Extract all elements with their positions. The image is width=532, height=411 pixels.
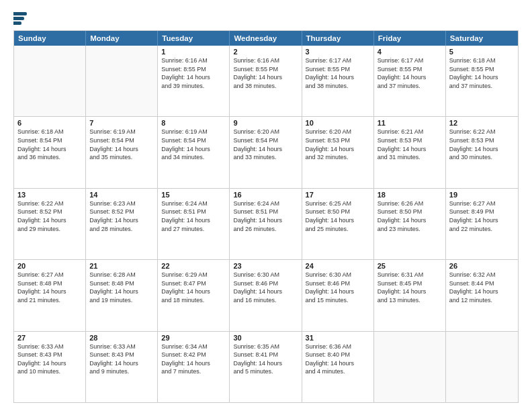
day-number: 29 xyxy=(161,334,226,342)
calendar-day-empty-0-1 xyxy=(86,46,158,116)
calendar-day-20: 20Sunrise: 6:27 AM Sunset: 8:48 PM Dayli… xyxy=(14,260,86,330)
day-number: 24 xyxy=(306,262,370,270)
day-detail: Sunrise: 6:26 AM Sunset: 8:50 PM Dayligh… xyxy=(378,199,442,233)
day-detail: Sunrise: 6:17 AM Sunset: 8:55 PM Dayligh… xyxy=(306,56,370,90)
day-number: 8 xyxy=(161,119,226,127)
day-number: 27 xyxy=(17,334,82,342)
calendar-day-30: 30Sunrise: 6:35 AM Sunset: 8:41 PM Dayli… xyxy=(230,332,302,402)
day-detail: Sunrise: 6:22 AM Sunset: 8:53 PM Dayligh… xyxy=(449,128,515,161)
day-detail: Sunrise: 6:18 AM Sunset: 8:54 PM Dayligh… xyxy=(17,128,82,161)
day-detail: Sunrise: 6:36 AM Sunset: 8:40 PM Dayligh… xyxy=(306,342,370,376)
calendar-week-5: 27Sunrise: 6:33 AM Sunset: 8:43 PM Dayli… xyxy=(14,331,518,402)
day-detail: Sunrise: 6:25 AM Sunset: 8:50 PM Dayligh… xyxy=(306,199,370,233)
day-number: 26 xyxy=(449,262,515,270)
day-detail: Sunrise: 6:30 AM Sunset: 8:46 PM Dayligh… xyxy=(233,271,298,304)
calendar-day-14: 14Sunrise: 6:23 AM Sunset: 8:52 PM Dayli… xyxy=(86,189,158,259)
calendar-weekday-tuesday: Tuesday xyxy=(158,31,230,46)
calendar-day-18: 18Sunrise: 6:26 AM Sunset: 8:50 PM Dayli… xyxy=(374,189,446,259)
logo xyxy=(13,12,30,25)
day-detail: Sunrise: 6:24 AM Sunset: 8:51 PM Dayligh… xyxy=(161,199,226,233)
day-detail: Sunrise: 6:31 AM Sunset: 8:45 PM Dayligh… xyxy=(378,271,442,304)
day-detail: Sunrise: 6:27 AM Sunset: 8:48 PM Dayligh… xyxy=(17,271,82,304)
day-number: 13 xyxy=(17,191,82,199)
day-detail: Sunrise: 6:19 AM Sunset: 8:54 PM Dayligh… xyxy=(89,128,154,161)
calendar-header: SundayMondayTuesdayWednesdayThursdayFrid… xyxy=(14,31,518,46)
calendar-day-22: 22Sunrise: 6:29 AM Sunset: 8:47 PM Dayli… xyxy=(158,260,230,330)
calendar-day-19: 19Sunrise: 6:27 AM Sunset: 8:49 PM Dayli… xyxy=(446,189,518,259)
day-detail: Sunrise: 6:20 AM Sunset: 8:53 PM Dayligh… xyxy=(306,128,370,161)
day-detail: Sunrise: 6:16 AM Sunset: 8:55 PM Dayligh… xyxy=(161,56,226,90)
calendar-week-4: 20Sunrise: 6:27 AM Sunset: 8:48 PM Dayli… xyxy=(14,259,518,330)
day-detail: Sunrise: 6:22 AM Sunset: 8:52 PM Dayligh… xyxy=(17,199,82,233)
calendar-day-28: 28Sunrise: 6:33 AM Sunset: 8:43 PM Dayli… xyxy=(86,332,158,402)
day-number: 21 xyxy=(89,262,154,270)
day-number: 5 xyxy=(449,48,515,56)
header xyxy=(13,12,519,25)
day-number: 16 xyxy=(233,191,298,199)
calendar-day-8: 8Sunrise: 6:19 AM Sunset: 8:54 PM Daylig… xyxy=(158,117,230,187)
day-detail: Sunrise: 6:35 AM Sunset: 8:41 PM Dayligh… xyxy=(233,342,298,376)
calendar-day-6: 6Sunrise: 6:18 AM Sunset: 8:54 PM Daylig… xyxy=(14,117,86,187)
day-number: 20 xyxy=(17,262,82,270)
day-detail: Sunrise: 6:24 AM Sunset: 8:51 PM Dayligh… xyxy=(233,199,298,233)
day-number: 17 xyxy=(306,191,370,199)
day-detail: Sunrise: 6:23 AM Sunset: 8:52 PM Dayligh… xyxy=(89,199,154,233)
day-number: 22 xyxy=(161,262,226,270)
calendar: SundayMondayTuesdayWednesdayThursdayFrid… xyxy=(13,30,519,403)
day-number: 4 xyxy=(378,48,442,56)
day-number: 10 xyxy=(306,119,370,127)
flag-piece-2 xyxy=(13,17,24,20)
day-detail: Sunrise: 6:32 AM Sunset: 8:44 PM Dayligh… xyxy=(449,271,515,304)
calendar-day-5: 5Sunrise: 6:18 AM Sunset: 8:55 PM Daylig… xyxy=(446,46,518,116)
calendar-weekday-thursday: Thursday xyxy=(302,31,374,46)
day-number: 18 xyxy=(378,191,442,199)
flag-piece-1 xyxy=(13,12,27,15)
day-detail: Sunrise: 6:33 AM Sunset: 8:43 PM Dayligh… xyxy=(89,342,154,376)
calendar-day-15: 15Sunrise: 6:24 AM Sunset: 8:51 PM Dayli… xyxy=(158,189,230,259)
day-number: 30 xyxy=(233,334,298,342)
day-number: 7 xyxy=(89,119,154,127)
page: SundayMondayTuesdayWednesdayThursdayFrid… xyxy=(0,0,532,411)
calendar-body: 1Sunrise: 6:16 AM Sunset: 8:55 PM Daylig… xyxy=(14,46,518,402)
calendar-day-17: 17Sunrise: 6:25 AM Sunset: 8:50 PM Dayli… xyxy=(302,189,374,259)
day-detail: Sunrise: 6:29 AM Sunset: 8:47 PM Dayligh… xyxy=(161,271,226,304)
calendar-day-9: 9Sunrise: 6:20 AM Sunset: 8:54 PM Daylig… xyxy=(230,117,302,187)
calendar-day-3: 3Sunrise: 6:17 AM Sunset: 8:55 PM Daylig… xyxy=(302,46,374,116)
day-detail: Sunrise: 6:34 AM Sunset: 8:42 PM Dayligh… xyxy=(161,342,226,376)
calendar-day-16: 16Sunrise: 6:24 AM Sunset: 8:51 PM Dayli… xyxy=(230,189,302,259)
day-number: 2 xyxy=(233,48,298,56)
day-number: 28 xyxy=(89,334,154,342)
day-number: 3 xyxy=(306,48,370,56)
calendar-day-10: 10Sunrise: 6:20 AM Sunset: 8:53 PM Dayli… xyxy=(302,117,374,187)
calendar-day-7: 7Sunrise: 6:19 AM Sunset: 8:54 PM Daylig… xyxy=(86,117,158,187)
calendar-day-24: 24Sunrise: 6:30 AM Sunset: 8:46 PM Dayli… xyxy=(302,260,374,330)
day-detail: Sunrise: 6:18 AM Sunset: 8:55 PM Dayligh… xyxy=(449,56,515,90)
day-number: 14 xyxy=(89,191,154,199)
calendar-day-26: 26Sunrise: 6:32 AM Sunset: 8:44 PM Dayli… xyxy=(446,260,518,330)
day-detail: Sunrise: 6:19 AM Sunset: 8:54 PM Dayligh… xyxy=(161,128,226,161)
calendar-day-empty-0-0 xyxy=(14,46,86,116)
calendar-week-3: 13Sunrise: 6:22 AM Sunset: 8:52 PM Dayli… xyxy=(14,188,518,259)
day-number: 9 xyxy=(233,119,298,127)
calendar-day-1: 1Sunrise: 6:16 AM Sunset: 8:55 PM Daylig… xyxy=(158,46,230,116)
day-number: 15 xyxy=(161,191,226,199)
calendar-week-2: 6Sunrise: 6:18 AM Sunset: 8:54 PM Daylig… xyxy=(14,116,518,187)
calendar-day-11: 11Sunrise: 6:21 AM Sunset: 8:53 PM Dayli… xyxy=(374,117,446,187)
calendar-weekday-wednesday: Wednesday xyxy=(230,31,302,46)
calendar-weekday-monday: Monday xyxy=(86,31,158,46)
calendar-day-4: 4Sunrise: 6:17 AM Sunset: 8:55 PM Daylig… xyxy=(374,46,446,116)
calendar-day-27: 27Sunrise: 6:33 AM Sunset: 8:43 PM Dayli… xyxy=(14,332,86,402)
calendar-day-2: 2Sunrise: 6:16 AM Sunset: 8:55 PM Daylig… xyxy=(230,46,302,116)
day-detail: Sunrise: 6:21 AM Sunset: 8:53 PM Dayligh… xyxy=(378,128,442,161)
day-detail: Sunrise: 6:16 AM Sunset: 8:55 PM Dayligh… xyxy=(233,56,298,90)
calendar-day-23: 23Sunrise: 6:30 AM Sunset: 8:46 PM Dayli… xyxy=(230,260,302,330)
day-detail: Sunrise: 6:17 AM Sunset: 8:55 PM Dayligh… xyxy=(378,56,442,90)
day-detail: Sunrise: 6:30 AM Sunset: 8:46 PM Dayligh… xyxy=(306,271,370,304)
calendar-day-25: 25Sunrise: 6:31 AM Sunset: 8:45 PM Dayli… xyxy=(374,260,446,330)
calendar-weekday-sunday: Sunday xyxy=(14,31,86,46)
day-number: 1 xyxy=(161,48,226,56)
calendar-weekday-friday: Friday xyxy=(374,31,446,46)
calendar-day-29: 29Sunrise: 6:34 AM Sunset: 8:42 PM Dayli… xyxy=(158,332,230,402)
calendar-day-empty-4-5 xyxy=(374,332,446,402)
day-number: 12 xyxy=(449,119,515,127)
